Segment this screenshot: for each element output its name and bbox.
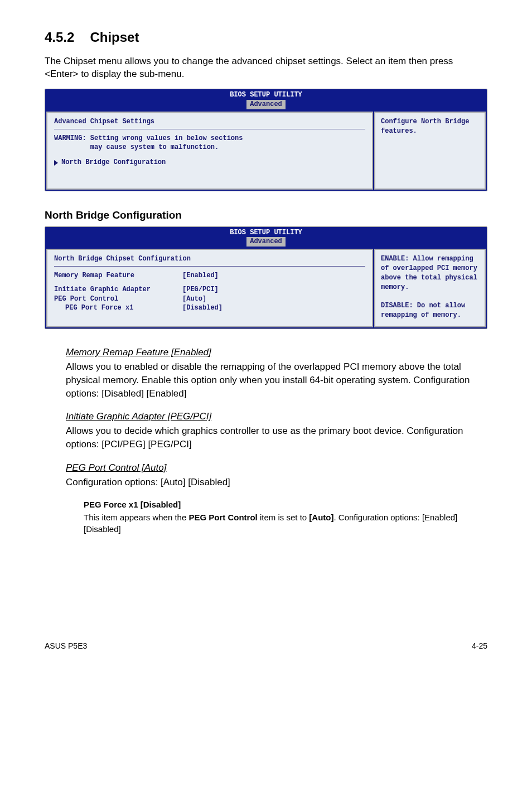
bios-warning-line1: WARMING: Setting wrong values in below s… [54, 134, 365, 143]
bios-header: BIOS SETUP UTILITY Advanced [45, 227, 487, 248]
subheading-north-bridge: North Bridge Configuration [45, 208, 487, 223]
bios-submenu-label: North Bridge Configuration [61, 158, 166, 167]
bios-option-row: PEG Port Control [Auto] [54, 294, 365, 304]
config-title: PEG Port Control [Auto] [66, 461, 487, 475]
bios-header: BIOS SETUP UTILITY Advanced [45, 89, 487, 110]
bios-submenu-row: North Bridge Configuration [54, 158, 365, 167]
bios-option-value: [Disabled] [182, 303, 223, 313]
footer-left: ASUS P5E3 [45, 641, 87, 652]
section-number: 4.5.2 [45, 28, 74, 47]
bios-tab-advanced: Advanced [246, 100, 286, 109]
config-body: Allows you to decide which graphics cont… [66, 424, 487, 451]
bios-tab-strip: Advanced [45, 100, 487, 109]
bios-left-title: Advanced Chipset Settings [54, 117, 365, 127]
bios-left-title: North Bridge Chipset Configuration [54, 254, 365, 264]
bios-help-text: ENABLE: Allow remapping of overlapped PC… [381, 254, 479, 320]
bios-curve-decoration [45, 195, 487, 208]
bios-option-value: [Enabled] [182, 271, 219, 281]
bios-left-pane: Advanced Chipset Settings WARMING: Setti… [46, 112, 373, 190]
bios-divider [54, 266, 365, 267]
config-block-peg-port-control: PEG Port Control [Auto] Configuration op… [66, 461, 487, 489]
text-fragment: This item appears when the [84, 513, 188, 522]
bios-curve-decoration [45, 332, 487, 346]
page-footer: ASUS P5E3 4-25 [45, 635, 487, 652]
triangle-right-icon [54, 160, 58, 166]
bios-option-label: PEG Port Force x1 [65, 303, 182, 313]
bios-help-text: Configure North Bridge features. [381, 117, 479, 136]
config-title: Memory Remap Feature [Enabled] [66, 346, 487, 359]
bios-panes: North Bridge Chipset Configuration Memor… [45, 248, 487, 328]
config-block-initiate-graphic-adapter: Initiate Graphic Adapter [PEG/PCI] Allow… [66, 410, 487, 451]
bios-option-value: [Auto] [182, 294, 206, 304]
bios-option-row: Initiate Graphic Adapter [PEG/PCI] [54, 285, 365, 294]
bios-tab-strip: Advanced [45, 237, 487, 247]
bios-left-pane: North Bridge Chipset Configuration Memor… [46, 249, 373, 327]
bios-option-label: PEG Port Control [54, 294, 182, 304]
config-subblock-peg-force-x1: PEG Force x1 [Disabled] This item appear… [84, 499, 487, 535]
bios-tab-advanced: Advanced [246, 237, 286, 247]
section-title: Chipset [90, 28, 139, 47]
bios-header-title: BIOS SETUP UTILITY [230, 229, 302, 236]
section-heading: 4.5.2 Chipset [45, 28, 487, 47]
bios-screenshot-chipset: BIOS SETUP UTILITY Advanced Advanced Chi… [45, 89, 487, 191]
config-body: Allows you to enabled or disable the rem… [66, 360, 487, 400]
bios-option-row: Memory Remap Feature [Enabled] [54, 271, 365, 281]
config-title: Initiate Graphic Adapter [PEG/PCI] [66, 410, 487, 423]
bios-right-pane: Configure North Bridge features. [374, 112, 486, 190]
config-sub-title: PEG Force x1 [Disabled] [84, 499, 487, 510]
bios-header-title: BIOS SETUP UTILITY [230, 91, 302, 99]
bios-divider [54, 129, 365, 129]
bold-text: [Auto] [309, 513, 333, 522]
bios-panes: Advanced Chipset Settings WARMING: Setti… [45, 110, 487, 191]
bios-option-value: [PEG/PCI] [182, 285, 219, 294]
bios-option-label: Initiate Graphic Adapter [54, 285, 182, 294]
footer-right-page-number: 4-25 [472, 641, 487, 652]
bios-screenshot-north-bridge: BIOS SETUP UTILITY Advanced North Bridge… [45, 226, 487, 330]
bios-right-pane: ENABLE: Allow remapping of overlapped PC… [374, 249, 486, 327]
config-body: Configuration options: [Auto] [Disabled] [66, 476, 487, 489]
intro-paragraph: The Chipset menu allows you to change th… [45, 55, 487, 81]
bold-text: PEG Port Control [188, 513, 257, 522]
bios-warning-line2: may cause system to malfunction. [54, 143, 365, 152]
text-fragment: item is set to [258, 513, 309, 522]
bios-option-row-indent: PEG Port Force x1 [Disabled] [54, 303, 365, 313]
bios-option-label: Memory Remap Feature [54, 271, 182, 281]
config-sub-body: This item appears when the PEG Port Cont… [84, 511, 487, 535]
config-block-memory-remap: Memory Remap Feature [Enabled] Allows yo… [66, 346, 487, 400]
